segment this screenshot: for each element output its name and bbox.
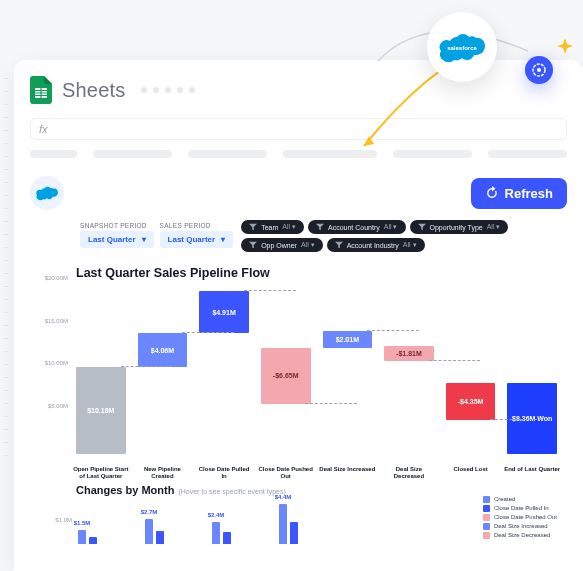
coefficient-icon [531,62,547,78]
column-header-placeholders [30,150,567,158]
refresh-label: Refresh [505,186,553,201]
snapshot-period: SNAPSHOT PERIOD Last Quarter▾ [80,222,154,252]
waterfall-bar: -$6.65M [261,348,311,405]
x-axis-label: New Pipeline Created [132,466,194,480]
coefficient-badge [525,56,553,84]
waterfall-bar: $2.01M [323,331,373,348]
row-ruler [4,78,8,571]
changes-by-month-chart: $1.0M $1.5M$2.7M$2.4M$4.4M CreatedClose … [30,498,567,544]
filter-icon [316,223,324,231]
x-axis-label: Closed Lost [440,466,502,480]
waterfall-bar: $10.18M [76,367,126,454]
filter-pill-account-industry[interactable]: Account IndustryAll ▾ [327,238,425,252]
salesforce-cloud-icon: salesforce [439,31,485,63]
filter-pill-team[interactable]: TeamAll ▾ [241,220,304,234]
snapshot-period-label: SNAPSHOT PERIOD [80,222,154,229]
filter-icon [335,241,343,249]
snapshot-period-select[interactable]: Last Quarter▾ [80,231,154,248]
app-title: Sheets [62,79,125,102]
filter-pill-opp-owner[interactable]: Opp OwnerAll ▾ [241,238,323,252]
google-sheets-icon [30,76,52,104]
month-group: $1.5M [78,530,97,544]
sheets-window: Sheets fx Refresh SNAPSHOT PERIOD Last Q… [14,60,583,571]
sales-period-select[interactable]: Last Quarter▾ [160,231,234,248]
loading-dots [141,87,195,93]
legend-item: Close Date Pushed Out [483,513,557,522]
x-axis-label: Deal Size Increased [317,466,379,480]
filter-icon [249,223,257,231]
report-body: Refresh SNAPSHOT PERIOD Last Quarter▾ SA… [30,176,567,544]
legend-item: Close Date Pulled In [483,504,557,513]
month-group: $4.4M [279,504,298,544]
svg-text:salesforce: salesforce [447,45,477,51]
waterfall-chart: $5.00M$10.00M$15.00M$20.00M $10.18M$4.06… [30,284,567,480]
legend-item: Deal Size Decreased [483,531,557,540]
filter-icon [418,223,426,231]
fx-label: fx [39,123,48,135]
waterfall-bar: $4.06M [138,333,188,368]
x-axis-label: End of Last Quarter [501,466,563,480]
salesforce-hero-badge: salesforce [427,12,497,82]
legend-item: Created [483,495,557,504]
sales-period: SALES PERIOD Last Quarter▾ [160,222,234,252]
waterfall-bar: $4.91M [199,291,249,333]
chart-title: Last Quarter Sales Pipeline Flow [76,266,567,280]
filter-pill-account-country[interactable]: Account CountryAll ▾ [308,220,405,234]
refresh-icon [485,186,499,200]
refresh-button[interactable]: Refresh [471,178,567,209]
svg-point-2 [537,68,541,72]
formula-bar[interactable]: fx [30,118,567,140]
sales-period-label: SALES PERIOD [160,222,234,229]
legend-item: Deal Size Increased [483,522,557,531]
x-axis-label: Open Pipeline Start of Last Quarter [70,466,132,480]
month-group: $2.4M [212,522,231,544]
salesforce-source-chip[interactable] [30,176,64,210]
waterfall-bar: -$1.81M [384,346,434,361]
x-axis-label: Close Date Pushed Out [255,466,317,480]
waterfall-bar: -$4.35M [446,383,496,420]
salesforce-cloud-icon [36,185,58,201]
filter-icon [249,241,257,249]
month-group: $2.7M [145,519,164,544]
filter-pill-opportunity-type[interactable]: Opportunity TypeAll ▾ [410,220,509,234]
sparkle-icon [553,36,577,60]
x-axis-label: Deal Size Decreased [378,466,440,480]
x-axis-label: Close Date Pulled In [193,466,255,480]
